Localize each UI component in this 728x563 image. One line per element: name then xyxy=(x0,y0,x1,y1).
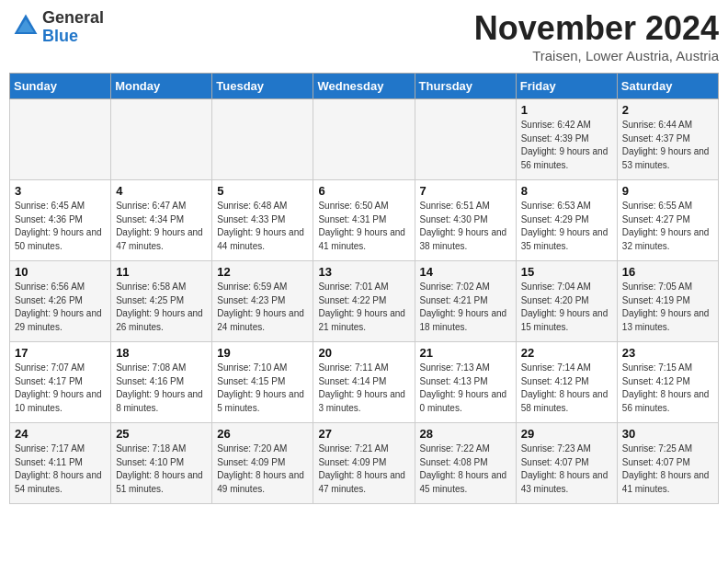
day-info: Sunrise: 7:15 AMSunset: 4:12 PMDaylight:… xyxy=(622,362,713,415)
day-info: Sunrise: 7:02 AMSunset: 4:21 PMDaylight:… xyxy=(420,281,511,334)
calendar-cell: 1Sunrise: 6:42 AMSunset: 4:39 PMDaylight… xyxy=(516,99,617,180)
day-number: 4 xyxy=(116,184,207,198)
day-info: Sunrise: 7:23 AMSunset: 4:07 PMDaylight:… xyxy=(521,442,612,496)
calendar-cell: 18Sunrise: 7:08 AMSunset: 4:16 PMDayligh… xyxy=(111,342,212,423)
day-info: Sunrise: 7:08 AMSunset: 4:16 PMDaylight:… xyxy=(116,362,207,415)
calendar-week-row: 24Sunrise: 7:17 AMSunset: 4:11 PMDayligh… xyxy=(10,423,719,504)
day-info: Sunrise: 7:22 AMSunset: 4:08 PMDaylight:… xyxy=(420,442,511,496)
calendar-cell xyxy=(212,99,313,180)
day-info: Sunrise: 6:44 AMSunset: 4:37 PMDaylight:… xyxy=(622,119,713,172)
logo-general-text: General xyxy=(42,8,104,27)
logo: General Blue xyxy=(9,9,104,46)
day-number: 7 xyxy=(420,184,511,198)
calendar-cell xyxy=(111,99,212,180)
calendar-cell: 20Sunrise: 7:11 AMSunset: 4:14 PMDayligh… xyxy=(313,342,415,423)
logo-icon xyxy=(11,11,40,40)
calendar-cell: 21Sunrise: 7:13 AMSunset: 4:13 PMDayligh… xyxy=(415,342,516,423)
day-info: Sunrise: 7:10 AMSunset: 4:15 PMDaylight:… xyxy=(217,362,308,415)
day-info: Sunrise: 7:04 AMSunset: 4:20 PMDaylight:… xyxy=(521,281,612,334)
day-number: 14 xyxy=(420,265,511,279)
calendar-cell: 7Sunrise: 6:51 AMSunset: 4:30 PMDaylight… xyxy=(415,180,516,261)
day-number: 8 xyxy=(521,184,612,198)
day-info: Sunrise: 7:21 AMSunset: 4:09 PMDaylight:… xyxy=(318,442,409,496)
day-number: 21 xyxy=(420,346,511,360)
day-number: 10 xyxy=(15,265,106,279)
day-number: 2 xyxy=(622,103,713,117)
day-number: 18 xyxy=(116,346,207,360)
calendar-cell xyxy=(313,99,415,180)
calendar-table: SundayMondayTuesdayWednesdayThursdayFrid… xyxy=(9,73,719,504)
day-info: Sunrise: 6:48 AMSunset: 4:33 PMDaylight:… xyxy=(217,200,308,253)
day-number: 23 xyxy=(622,346,713,360)
calendar-cell: 6Sunrise: 6:50 AMSunset: 4:31 PMDaylight… xyxy=(313,180,415,261)
day-number: 17 xyxy=(15,346,106,360)
day-info: Sunrise: 7:11 AMSunset: 4:14 PMDaylight:… xyxy=(318,362,409,415)
title-area: November 2024 Traisen, Lower Austria, Au… xyxy=(474,9,719,63)
day-info: Sunrise: 6:56 AMSunset: 4:26 PMDaylight:… xyxy=(15,281,106,334)
logo-blue-text: Blue xyxy=(42,27,78,45)
day-info: Sunrise: 7:20 AMSunset: 4:09 PMDaylight:… xyxy=(217,442,308,496)
day-number: 5 xyxy=(217,184,308,198)
calendar-cell: 24Sunrise: 7:17 AMSunset: 4:11 PMDayligh… xyxy=(10,423,111,504)
day-info: Sunrise: 6:42 AMSunset: 4:39 PMDaylight:… xyxy=(521,119,612,172)
calendar-cell: 23Sunrise: 7:15 AMSunset: 4:12 PMDayligh… xyxy=(617,342,718,423)
calendar-cell: 2Sunrise: 6:44 AMSunset: 4:37 PMDaylight… xyxy=(617,99,718,180)
day-number: 3 xyxy=(15,184,106,198)
day-info: Sunrise: 7:13 AMSunset: 4:13 PMDaylight:… xyxy=(420,362,511,415)
calendar-cell: 11Sunrise: 6:58 AMSunset: 4:25 PMDayligh… xyxy=(111,261,212,342)
calendar-cell: 17Sunrise: 7:07 AMSunset: 4:17 PMDayligh… xyxy=(10,342,111,423)
day-number: 6 xyxy=(318,184,409,198)
calendar-cell: 28Sunrise: 7:22 AMSunset: 4:08 PMDayligh… xyxy=(415,423,516,504)
month-title: November 2024 xyxy=(474,9,719,48)
location-subtitle: Traisen, Lower Austria, Austria xyxy=(474,48,719,63)
calendar-cell: 4Sunrise: 6:47 AMSunset: 4:34 PMDaylight… xyxy=(111,180,212,261)
day-info: Sunrise: 6:59 AMSunset: 4:23 PMDaylight:… xyxy=(217,281,308,334)
day-info: Sunrise: 7:07 AMSunset: 4:17 PMDaylight:… xyxy=(15,362,106,415)
calendar-cell xyxy=(10,99,111,180)
day-info: Sunrise: 7:14 AMSunset: 4:12 PMDaylight:… xyxy=(521,362,612,415)
day-number: 11 xyxy=(116,265,207,279)
calendar-cell: 14Sunrise: 7:02 AMSunset: 4:21 PMDayligh… xyxy=(415,261,516,342)
day-number: 16 xyxy=(622,265,713,279)
weekday-header-row: SundayMondayTuesdayWednesdayThursdayFrid… xyxy=(10,74,719,99)
day-number: 27 xyxy=(318,427,409,441)
day-info: Sunrise: 7:05 AMSunset: 4:19 PMDaylight:… xyxy=(622,281,713,334)
calendar-cell: 3Sunrise: 6:45 AMSunset: 4:36 PMDaylight… xyxy=(10,180,111,261)
calendar-cell: 9Sunrise: 6:55 AMSunset: 4:27 PMDaylight… xyxy=(617,180,718,261)
day-number: 13 xyxy=(318,265,409,279)
day-number: 22 xyxy=(521,346,612,360)
day-number: 19 xyxy=(217,346,308,360)
calendar-cell: 10Sunrise: 6:56 AMSunset: 4:26 PMDayligh… xyxy=(10,261,111,342)
weekday-header-saturday: Saturday xyxy=(617,74,718,99)
day-info: Sunrise: 6:58 AMSunset: 4:25 PMDaylight:… xyxy=(116,281,207,334)
calendar-cell: 19Sunrise: 7:10 AMSunset: 4:15 PMDayligh… xyxy=(212,342,313,423)
day-number: 1 xyxy=(521,103,612,117)
day-number: 24 xyxy=(15,427,106,441)
day-number: 15 xyxy=(521,265,612,279)
calendar-cell: 16Sunrise: 7:05 AMSunset: 4:19 PMDayligh… xyxy=(617,261,718,342)
day-info: Sunrise: 6:47 AMSunset: 4:34 PMDaylight:… xyxy=(116,200,207,253)
day-number: 9 xyxy=(622,184,713,198)
day-info: Sunrise: 6:45 AMSunset: 4:36 PMDaylight:… xyxy=(15,200,106,253)
day-number: 28 xyxy=(420,427,511,441)
day-number: 30 xyxy=(622,427,713,441)
day-info: Sunrise: 6:50 AMSunset: 4:31 PMDaylight:… xyxy=(318,200,409,253)
page-header: General Blue November 2024 Traisen, Lowe… xyxy=(9,9,719,63)
calendar-cell: 25Sunrise: 7:18 AMSunset: 4:10 PMDayligh… xyxy=(111,423,212,504)
calendar-cell: 13Sunrise: 7:01 AMSunset: 4:22 PMDayligh… xyxy=(313,261,415,342)
weekday-header-wednesday: Wednesday xyxy=(313,74,415,99)
calendar-week-row: 10Sunrise: 6:56 AMSunset: 4:26 PMDayligh… xyxy=(10,261,719,342)
calendar-week-row: 1Sunrise: 6:42 AMSunset: 4:39 PMDaylight… xyxy=(10,99,719,180)
calendar-week-row: 3Sunrise: 6:45 AMSunset: 4:36 PMDaylight… xyxy=(10,180,719,261)
weekday-header-monday: Monday xyxy=(111,74,212,99)
day-info: Sunrise: 6:53 AMSunset: 4:29 PMDaylight:… xyxy=(521,200,612,253)
weekday-header-sunday: Sunday xyxy=(10,74,111,99)
day-info: Sunrise: 6:51 AMSunset: 4:30 PMDaylight:… xyxy=(420,200,511,253)
day-number: 26 xyxy=(217,427,308,441)
calendar-cell: 22Sunrise: 7:14 AMSunset: 4:12 PMDayligh… xyxy=(516,342,617,423)
calendar-cell: 27Sunrise: 7:21 AMSunset: 4:09 PMDayligh… xyxy=(313,423,415,504)
weekday-header-friday: Friday xyxy=(516,74,617,99)
day-info: Sunrise: 6:55 AMSunset: 4:27 PMDaylight:… xyxy=(622,200,713,253)
day-number: 20 xyxy=(318,346,409,360)
calendar-cell xyxy=(415,99,516,180)
